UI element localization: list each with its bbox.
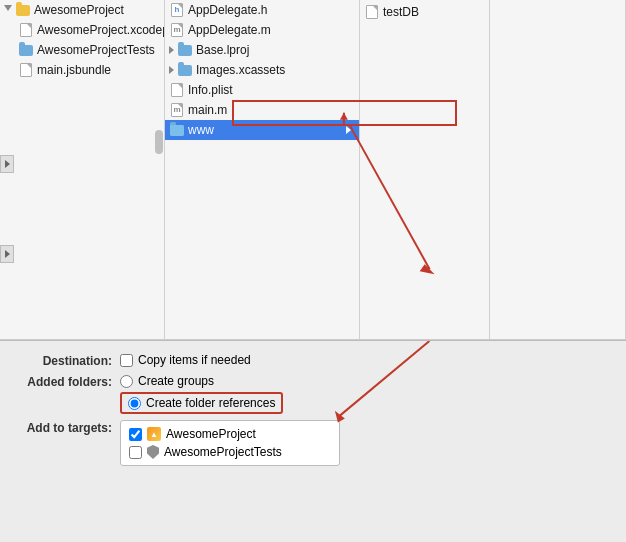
folder-icon xyxy=(18,43,34,57)
destination-label: Destination: xyxy=(20,353,120,368)
options-area: Destination: Copy items if needed Added … xyxy=(0,340,626,542)
folder-icon xyxy=(177,43,193,57)
copy-items-label: Copy items if needed xyxy=(138,353,251,367)
item-label: main.m xyxy=(188,101,227,119)
copy-items-row: Copy items if needed xyxy=(120,353,251,367)
tri-right-icon xyxy=(5,160,10,168)
list-item[interactable]: AwesomeProject.xcodeproj xyxy=(0,20,164,40)
xcode-icon: ▲ xyxy=(147,427,161,441)
create-folder-refs-row[interactable]: Create folder references xyxy=(120,392,283,414)
column-1: AwesomeProject AwesomeProject.xcodeproj … xyxy=(0,0,165,339)
folder-icon-www xyxy=(169,123,185,137)
target-label-0: AwesomeProject xyxy=(166,427,256,441)
doc-icon xyxy=(18,63,34,77)
target-item-1[interactable]: AwesomeProjectTests xyxy=(129,443,331,461)
expand-triangle-icon xyxy=(4,5,12,15)
testdb-icon xyxy=(364,5,380,19)
item-label: AwesomeProject xyxy=(34,1,124,19)
m-file-icon: m xyxy=(169,23,185,37)
www-item[interactable]: www xyxy=(165,120,359,140)
item-label: Info.plist xyxy=(188,81,233,99)
folder-icon xyxy=(15,3,31,17)
added-folders-row: Added folders: Create groups Create fold… xyxy=(20,374,606,414)
target-label-1: AwesomeProjectTests xyxy=(164,445,282,459)
item-label: AwesomeProject.xcodeproj xyxy=(37,21,165,39)
item-label: main.jsbundle xyxy=(37,61,111,79)
add-to-targets-label: Add to targets: xyxy=(20,420,120,435)
doc-icon xyxy=(18,23,34,37)
target-checkbox-0[interactable] xyxy=(129,428,142,441)
targets-box: ▲ AwesomeProject AwesomeProjectTests xyxy=(120,420,340,466)
create-groups-radio[interactable] xyxy=(120,375,133,388)
expand-arrow-left[interactable] xyxy=(0,155,14,173)
target-item-0[interactable]: ▲ AwesomeProject xyxy=(129,425,331,443)
expand-arrow-left-2[interactable] xyxy=(0,245,14,263)
item-label: AppDelegate.h xyxy=(188,1,267,19)
add-to-targets-row: Add to targets: ▲ AwesomeProject Awesome… xyxy=(20,420,606,466)
destination-content: Copy items if needed xyxy=(120,353,251,367)
item-label: AwesomeProjectTests xyxy=(37,41,155,59)
list-item[interactable]: Images.xcassets xyxy=(165,60,359,80)
tri-right-icon-2 xyxy=(5,250,10,258)
create-groups-row: Create groups xyxy=(120,374,283,388)
list-item[interactable]: Base.lproj xyxy=(165,40,359,60)
m-file-icon-2: m xyxy=(169,103,185,117)
expand-tri-icon-2 xyxy=(169,66,174,74)
folder-icon-2 xyxy=(177,63,193,77)
h-file-icon: h xyxy=(169,3,185,17)
list-item[interactable]: AwesomeProjectTests xyxy=(0,40,164,60)
added-folders-content: Create groups Create folder references xyxy=(120,374,283,414)
column-2: h AppDelegate.h m AppDelegate.m Base.lpr… xyxy=(165,0,360,339)
column-4 xyxy=(490,0,626,339)
shield-icon xyxy=(147,445,159,459)
create-groups-label: Create groups xyxy=(138,374,214,388)
target-checkbox-1[interactable] xyxy=(129,446,142,459)
file-browser: AwesomeProject AwesomeProject.xcodeproj … xyxy=(0,0,626,340)
list-item[interactable]: AwesomeProject xyxy=(0,0,164,20)
expand-tri-icon xyxy=(169,46,174,54)
create-folder-refs-radio[interactable] xyxy=(128,397,141,410)
list-item[interactable]: testDB xyxy=(360,2,489,22)
list-item[interactable]: main.jsbundle xyxy=(0,60,164,80)
item-label: AppDelegate.m xyxy=(188,21,271,39)
item-label: testDB xyxy=(383,3,419,21)
expand-tri-white-icon xyxy=(346,126,351,134)
item-label: Base.lproj xyxy=(196,41,249,59)
plist-icon xyxy=(169,83,185,97)
create-folder-refs-label: Create folder references xyxy=(146,396,275,410)
list-item[interactable]: Info.plist xyxy=(165,80,359,100)
item-label: www xyxy=(188,121,214,139)
column-3: testDB xyxy=(360,0,490,339)
list-item[interactable]: m AppDelegate.m xyxy=(165,20,359,40)
destination-row: Destination: Copy items if needed xyxy=(20,353,606,368)
list-item[interactable]: m main.m xyxy=(165,100,359,120)
copy-items-checkbox[interactable] xyxy=(120,354,133,367)
list-item[interactable]: h AppDelegate.h xyxy=(165,0,359,20)
item-label: Images.xcassets xyxy=(196,61,285,79)
scroll-handle[interactable] xyxy=(155,130,163,154)
added-folders-label: Added folders: xyxy=(20,374,120,389)
